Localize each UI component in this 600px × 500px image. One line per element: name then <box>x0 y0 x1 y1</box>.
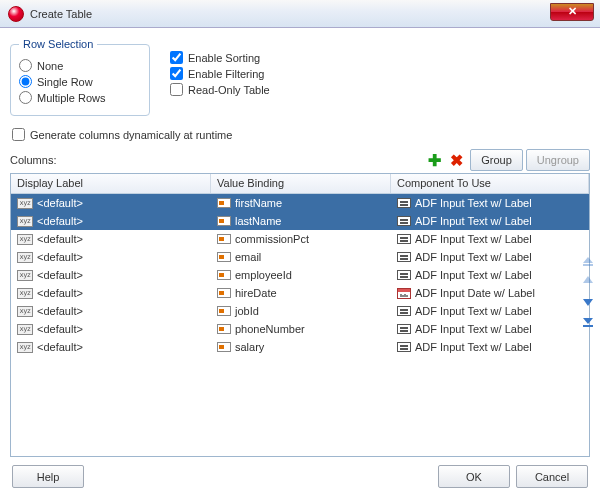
columns-label: Columns: <box>10 154 56 166</box>
reorder-sidebar <box>580 250 598 332</box>
binding-icon <box>217 234 231 244</box>
radio-single-input[interactable] <box>19 75 32 88</box>
check-filtering[interactable]: Enable Filtering <box>170 67 270 80</box>
table-row[interactable]: <default>firstNameADF Input Text w/ Labe… <box>11 194 589 212</box>
binding-icon <box>217 198 231 208</box>
header-component[interactable]: Component To Use <box>391 174 589 193</box>
display-label-cell: <default> <box>37 287 83 299</box>
radio-single[interactable]: Single Row <box>19 75 141 88</box>
binding-icon <box>217 252 231 262</box>
component-icon <box>397 198 411 208</box>
component-cell: ADF Input Text w/ Label <box>415 305 532 317</box>
label-icon <box>17 252 33 263</box>
close-button[interactable]: ✕ <box>550 3 594 21</box>
ok-button[interactable]: OK <box>438 465 510 488</box>
display-label-cell: <default> <box>37 305 83 317</box>
value-binding-cell: salary <box>235 341 264 353</box>
component-cell: ADF Input Text w/ Label <box>415 215 532 227</box>
value-binding-cell: phoneNumber <box>235 323 305 335</box>
radio-multiple[interactable]: Multiple Rows <box>19 91 141 104</box>
display-label-cell: <default> <box>37 215 83 227</box>
label-icon <box>17 288 33 299</box>
component-icon <box>397 324 411 334</box>
add-icon[interactable]: ✚ <box>424 150 444 170</box>
label-icon <box>17 198 33 209</box>
check-sorting[interactable]: Enable Sorting <box>170 51 270 64</box>
row-selection-legend: Row Selection <box>19 38 97 50</box>
header-display-label[interactable]: Display Label <box>11 174 211 193</box>
table-row[interactable]: <default>jobIdADF Input Text w/ Label <box>11 302 589 320</box>
label-icon <box>17 324 33 335</box>
table-row[interactable]: <default>phoneNumberADF Input Text w/ La… <box>11 320 589 338</box>
check-readonly[interactable]: Read-Only Table <box>170 83 270 96</box>
component-icon <box>397 342 411 352</box>
display-label-cell: <default> <box>37 197 83 209</box>
component-cell: ADF Input Text w/ Label <box>415 323 532 335</box>
move-down-icon[interactable] <box>580 292 596 310</box>
label-icon <box>17 270 33 281</box>
move-top-icon[interactable] <box>580 252 596 270</box>
columns-toolbar: Columns: ✚ ✖ Group Ungroup <box>10 149 590 171</box>
label-icon <box>17 234 33 245</box>
table-row[interactable]: <default>emailADF Input Text w/ Label <box>11 248 589 266</box>
check-readonly-input[interactable] <box>170 83 183 96</box>
columns-grid: Display Label Value Binding Component To… <box>10 173 590 457</box>
display-label-cell: <default> <box>37 269 83 281</box>
binding-icon <box>217 270 231 280</box>
table-row[interactable]: <default>lastNameADF Input Text w/ Label <box>11 212 589 230</box>
table-row[interactable]: <default>hireDateADF Input Date w/ Label <box>11 284 589 302</box>
label-icon <box>17 342 33 353</box>
check-dynamic-columns-input[interactable] <box>12 128 25 141</box>
move-bottom-icon[interactable] <box>580 312 596 330</box>
cancel-button[interactable]: Cancel <box>516 465 588 488</box>
component-cell: ADF Input Text w/ Label <box>415 233 532 245</box>
row-selection-group: Row Selection None Single Row Multiple R… <box>10 38 150 116</box>
dialog-footer: Help OK Cancel <box>10 457 590 490</box>
display-label-cell: <default> <box>37 233 83 245</box>
table-row[interactable]: <default>employeeIdADF Input Text w/ Lab… <box>11 266 589 284</box>
ungroup-button[interactable]: Ungroup <box>526 149 590 171</box>
delete-icon[interactable]: ✖ <box>446 150 466 170</box>
binding-icon <box>217 342 231 352</box>
titlebar[interactable]: Create Table ✕ <box>0 0 600 28</box>
grid-header: Display Label Value Binding Component To… <box>11 174 589 194</box>
value-binding-cell: email <box>235 251 261 263</box>
help-button[interactable]: Help <box>12 465 84 488</box>
radio-multiple-input[interactable] <box>19 91 32 104</box>
table-row[interactable]: <default>commissionPctADF Input Text w/ … <box>11 230 589 248</box>
check-filtering-input[interactable] <box>170 67 183 80</box>
table-options: Enable Sorting Enable Filtering Read-Onl… <box>170 38 270 116</box>
header-value-binding[interactable]: Value Binding <box>211 174 391 193</box>
grid-body[interactable]: <default>firstNameADF Input Text w/ Labe… <box>11 194 589 456</box>
label-icon <box>17 306 33 317</box>
component-cell: ADF Input Date w/ Label <box>415 287 535 299</box>
value-binding-cell: jobId <box>235 305 259 317</box>
component-cell: ADF Input Text w/ Label <box>415 197 532 209</box>
label-icon <box>17 216 33 227</box>
value-binding-cell: lastName <box>235 215 281 227</box>
binding-icon <box>217 306 231 316</box>
component-cell: ADF Input Text w/ Label <box>415 341 532 353</box>
display-label-cell: <default> <box>37 341 83 353</box>
component-icon <box>397 288 411 299</box>
binding-icon <box>217 216 231 226</box>
component-cell: ADF Input Text w/ Label <box>415 269 532 281</box>
table-row[interactable]: <default>salaryADF Input Text w/ Label <box>11 338 589 356</box>
display-label-cell: <default> <box>37 251 83 263</box>
radio-none-input[interactable] <box>19 59 32 72</box>
window-title: Create Table <box>30 8 92 20</box>
component-icon <box>397 270 411 280</box>
radio-none[interactable]: None <box>19 59 141 72</box>
check-dynamic-columns[interactable]: Generate columns dynamically at runtime <box>10 128 590 141</box>
move-up-icon[interactable] <box>580 272 596 290</box>
group-button[interactable]: Group <box>470 149 523 171</box>
binding-icon <box>217 324 231 334</box>
component-icon <box>397 216 411 226</box>
binding-icon <box>217 288 231 298</box>
check-sorting-input[interactable] <box>170 51 183 64</box>
component-icon <box>397 234 411 244</box>
component-cell: ADF Input Text w/ Label <box>415 251 532 263</box>
value-binding-cell: employeeId <box>235 269 292 281</box>
component-icon <box>397 306 411 316</box>
value-binding-cell: commissionPct <box>235 233 309 245</box>
